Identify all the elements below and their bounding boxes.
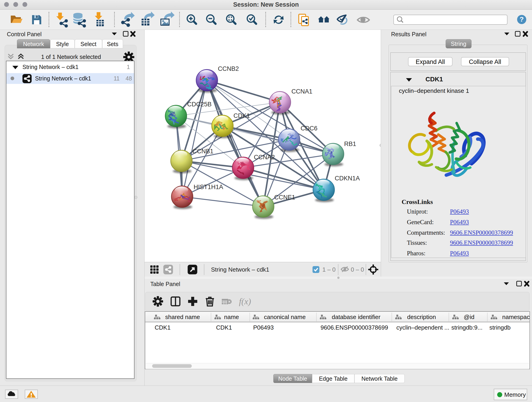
svg-text:CCNE1: CCNE1 xyxy=(274,194,295,201)
svg-text:HIST1H1A: HIST1H1A xyxy=(194,184,223,191)
svg-text:CCNB1: CCNB1 xyxy=(192,148,214,155)
svg-text:stringdb:9...: stringdb:9... xyxy=(451,324,482,331)
svg-text:0 – 0: 0 – 0 xyxy=(351,266,364,273)
svg-text:canonical name: canonical name xyxy=(264,313,306,320)
svg-text:stringdb: stringdb xyxy=(489,324,511,331)
svg-text:1 – 0: 1 – 0 xyxy=(322,266,336,273)
svg-text:String Network – cdk1: String Network – cdk1 xyxy=(211,266,269,273)
svg-text:shared name: shared name xyxy=(165,313,200,320)
svg-text:CCNA2: CCNA2 xyxy=(254,154,275,161)
svg-text:f(x): f(x) xyxy=(239,297,251,306)
svg-text:CDC6: CDC6 xyxy=(301,125,317,132)
svg-text:@id: @id xyxy=(464,313,475,320)
svg-text:?: ? xyxy=(520,15,524,23)
svg-text:CDKN1A: CDKN1A xyxy=(335,175,360,182)
svg-text:namespac: namespac xyxy=(502,313,530,320)
svg-text:database identifier: database identifier xyxy=(332,313,380,320)
svg-text:CCNA1: CCNA1 xyxy=(291,88,312,95)
svg-text:cyclin–dependent ...: cyclin–dependent ... xyxy=(396,324,449,331)
svg-text:CDC25B: CDC25B xyxy=(187,101,212,108)
svg-text:9606.ENSP00000378699: 9606.ENSP00000378699 xyxy=(321,324,388,331)
svg-text:CDK1: CDK1 xyxy=(234,112,250,119)
svg-text:CCNB2: CCNB2 xyxy=(218,65,239,72)
svg-text:P06493: P06493 xyxy=(253,324,274,331)
svg-text:RB1: RB1 xyxy=(344,140,356,147)
svg-text:CDK1: CDK1 xyxy=(155,324,171,331)
svg-text:name: name xyxy=(224,313,239,320)
svg-text:CDK1: CDK1 xyxy=(216,324,232,331)
svg-text:description: description xyxy=(407,313,436,320)
